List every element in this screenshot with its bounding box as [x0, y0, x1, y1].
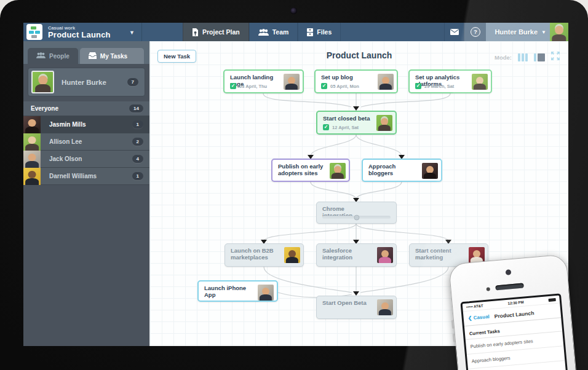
avatar	[31, 71, 54, 93]
chevron-down-icon: ▼	[541, 30, 546, 35]
back-button[interactable]: ❮ Casual	[467, 314, 490, 321]
task-count-badge: 14	[129, 104, 143, 112]
phone-screen: ••••• AT&T 12:30 PM ❮ Casual Product Lau…	[460, 293, 573, 370]
task-node-chrome-integration[interactable]: Chrome integration	[316, 202, 397, 224]
done-check-icon[interactable]: ✓	[230, 83, 236, 89]
sidebar-item-allison-lee[interactable]: Allison Lee 2	[23, 133, 149, 151]
tablet-mockup: Casual work Product Launch ▼ Project Pla…	[0, 0, 588, 370]
avatar	[258, 285, 274, 301]
sidebar-item-jack-olson[interactable]: Jack Olson 4	[23, 151, 149, 168]
earpiece	[495, 283, 524, 290]
task-count-badge: 7	[127, 78, 138, 86]
done-check-icon[interactable]: ✓	[321, 83, 327, 89]
task-count-badge: 4	[132, 155, 143, 163]
avatar	[376, 115, 392, 131]
files-icon	[307, 28, 313, 36]
sensor-dot	[487, 287, 491, 291]
document-icon	[192, 28, 199, 36]
avatar	[330, 163, 346, 179]
battery-icon	[548, 298, 555, 302]
task-node-start-closed-beta[interactable]: Start closed beta ✓ 12 April, Sat	[316, 111, 397, 135]
chevron-down-icon[interactable]: ▼	[129, 30, 135, 36]
avatar	[472, 74, 488, 90]
volume-button	[453, 334, 455, 342]
avatar	[23, 133, 41, 151]
user-name: Hunter Burke	[62, 79, 127, 86]
task-node-salesforce-integration[interactable]: Salesforce integration	[316, 243, 397, 267]
front-camera	[506, 269, 512, 275]
tab-files[interactable]: Files	[298, 23, 341, 41]
top-navbar: Casual work Product Launch ▼ Project Pla…	[23, 23, 568, 41]
task-count-badge: 1	[132, 120, 143, 128]
done-check-icon[interactable]: ✓	[323, 124, 329, 130]
avatar	[377, 299, 393, 315]
user-menu[interactable]: Hunter Burke ▼	[486, 23, 568, 41]
device-camera	[290, 7, 297, 14]
sidebar-tab-my-tasks[interactable]: My Tasks	[80, 48, 144, 64]
my-summary-card[interactable]: Hunter Burke 7	[28, 68, 145, 96]
task-node-publish-early-adopters[interactable]: Publish on early adopters sites	[271, 159, 350, 182]
task-count-badge: 2	[132, 138, 143, 146]
slider-knob[interactable]	[354, 215, 359, 220]
phone-nav-title: Product Launch	[494, 310, 534, 320]
project-switcher[interactable]: Product Launch	[48, 30, 111, 39]
avatar	[378, 74, 394, 90]
avatar	[23, 168, 41, 185]
avatar	[23, 116, 41, 133]
task-node-b2b-marketplaces[interactable]: Launch on B2B marketplaces	[224, 243, 304, 267]
people-icon	[36, 52, 46, 60]
volume-button	[451, 320, 454, 329]
task-node-launch-landing-page[interactable]: Launch landing page ✓ 03 April, Thu	[223, 69, 304, 93]
help-button[interactable]: ?	[464, 23, 486, 41]
avatar	[377, 247, 393, 263]
done-check-icon[interactable]: ✓	[415, 83, 421, 89]
people-icon	[258, 29, 269, 36]
help-icon: ?	[471, 27, 480, 37]
progress-slider[interactable]	[322, 216, 391, 219]
casual-logo[interactable]	[26, 24, 42, 40]
avatar	[422, 163, 438, 179]
carrier-label: ••••• AT&T	[466, 304, 483, 309]
sidebar: People My Tasks Hunter Burke 7 Everyone …	[23, 41, 149, 346]
sidebar-item-jasmin-mills[interactable]: Jasmin Mills 1	[23, 116, 149, 133]
mail-button[interactable]	[444, 23, 464, 41]
iphone-mockup: ••••• AT&T 12:30 PM ❮ Casual Product Lau…	[448, 254, 582, 370]
task-node-approach-bloggers[interactable]: Approach bloggers	[362, 159, 442, 182]
task-node-set-up-blog[interactable]: Set up blog ✓ 05 April, Mon	[314, 69, 398, 93]
user-name: Hunter Burke	[495, 28, 538, 36]
tab-project-plan[interactable]: Project Plan	[183, 23, 249, 41]
sidebar-item-darnell-williams[interactable]: Darnell Williams 1	[23, 168, 149, 185]
task-node-launch-iphone-app[interactable]: Launch iPhone App	[197, 280, 278, 302]
task-node-start-open-beta[interactable]: Start Open Beta	[316, 296, 397, 319]
task-node-set-up-analytics[interactable]: Set up analytics platforms ✓ 29 March, S…	[408, 69, 492, 93]
mail-icon	[450, 26, 459, 37]
inbox-icon	[89, 52, 97, 60]
avatar	[23, 151, 41, 168]
avatar	[550, 23, 568, 41]
tab-team[interactable]: Team	[249, 23, 298, 41]
avatar	[284, 74, 300, 90]
sidebar-item-everyone[interactable]: Everyone 14	[23, 101, 149, 116]
task-count-badge: 1	[132, 172, 143, 180]
avatar	[284, 247, 300, 263]
sidebar-tab-people[interactable]: People	[28, 48, 78, 64]
clock: 12:30 PM	[507, 301, 523, 305]
